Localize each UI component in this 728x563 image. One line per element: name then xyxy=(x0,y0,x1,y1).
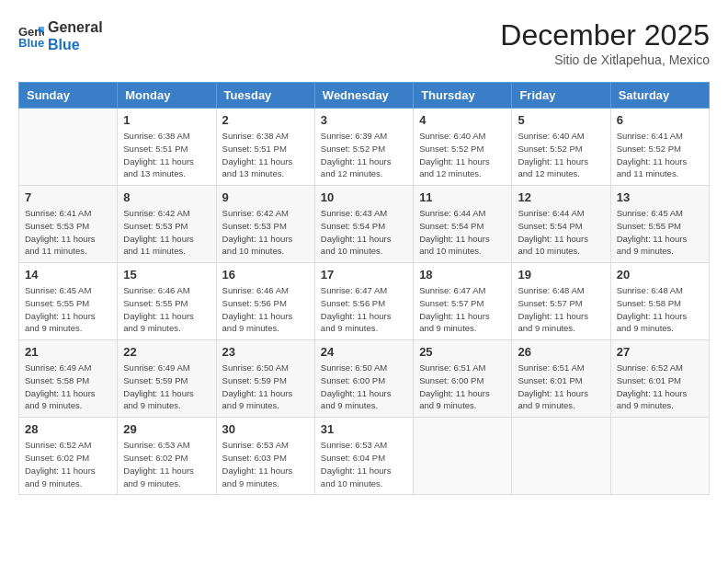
calendar-cell: 1Sunrise: 6:38 AM Sunset: 5:51 PM Daylig… xyxy=(118,109,216,186)
day-number: 17 xyxy=(321,268,407,282)
day-info: Sunrise: 6:49 AM Sunset: 5:59 PM Dayligh… xyxy=(123,362,210,412)
calendar-cell: 17Sunrise: 6:47 AM Sunset: 5:56 PM Dayli… xyxy=(314,263,413,340)
calendar-cell xyxy=(414,418,512,495)
title-block: December 2025 Sitio de Xitlapehua, Mexic… xyxy=(500,18,710,67)
calendar-cell: 8Sunrise: 6:42 AM Sunset: 5:53 PM Daylig… xyxy=(118,186,216,263)
month-title: December 2025 xyxy=(500,18,710,52)
calendar-cell: 12Sunrise: 6:44 AM Sunset: 5:54 PM Dayli… xyxy=(512,186,610,263)
day-info: Sunrise: 6:41 AM Sunset: 5:53 PM Dayligh… xyxy=(25,207,111,258)
day-number: 15 xyxy=(123,268,210,282)
calendar-cell: 6Sunrise: 6:41 AM Sunset: 5:52 PM Daylig… xyxy=(610,109,709,186)
calendar-cell: 31Sunrise: 6:53 AM Sunset: 6:04 PM Dayli… xyxy=(314,418,413,495)
day-info: Sunrise: 6:39 AM Sunset: 5:52 PM Dayligh… xyxy=(321,130,407,180)
location: Sitio de Xitlapehua, Mexico xyxy=(500,52,710,67)
calendar-cell: 19Sunrise: 6:48 AM Sunset: 5:57 PM Dayli… xyxy=(512,263,610,340)
day-number: 24 xyxy=(321,345,407,359)
calendar-cell: 21Sunrise: 6:49 AM Sunset: 5:58 PM Dayli… xyxy=(19,340,118,418)
day-info: Sunrise: 6:41 AM Sunset: 5:52 PM Dayligh… xyxy=(617,130,703,180)
logo-blue: Blue xyxy=(48,36,103,53)
day-number: 19 xyxy=(518,268,604,282)
calendar-cell: 11Sunrise: 6:44 AM Sunset: 5:54 PM Dayli… xyxy=(414,186,512,263)
day-number: 20 xyxy=(617,268,703,282)
calendar-week-5: 28Sunrise: 6:52 AM Sunset: 6:02 PM Dayli… xyxy=(19,418,710,495)
calendar-cell: 14Sunrise: 6:45 AM Sunset: 5:55 PM Dayli… xyxy=(19,263,118,340)
day-number: 13 xyxy=(617,190,703,204)
calendar-cell: 18Sunrise: 6:47 AM Sunset: 5:57 PM Dayli… xyxy=(414,263,512,340)
calendar-week-2: 7Sunrise: 6:41 AM Sunset: 5:53 PM Daylig… xyxy=(19,186,710,263)
calendar-cell: 9Sunrise: 6:42 AM Sunset: 5:53 PM Daylig… xyxy=(216,186,314,263)
day-info: Sunrise: 6:49 AM Sunset: 5:58 PM Dayligh… xyxy=(25,362,111,412)
day-number: 1 xyxy=(123,113,210,127)
calendar-cell: 16Sunrise: 6:46 AM Sunset: 5:56 PM Dayli… xyxy=(216,263,314,340)
calendar-cell: 4Sunrise: 6:40 AM Sunset: 5:52 PM Daylig… xyxy=(414,109,512,186)
calendar-cell: 29Sunrise: 6:53 AM Sunset: 6:02 PM Dayli… xyxy=(118,418,216,495)
weekday-header-monday: Monday xyxy=(118,83,216,109)
day-number: 3 xyxy=(321,113,407,127)
day-number: 26 xyxy=(518,345,604,359)
calendar-cell: 2Sunrise: 6:38 AM Sunset: 5:51 PM Daylig… xyxy=(216,109,314,186)
weekday-header-wednesday: Wednesday xyxy=(314,83,413,109)
day-info: Sunrise: 6:42 AM Sunset: 5:53 PM Dayligh… xyxy=(123,207,210,258)
calendar-cell xyxy=(610,418,709,495)
day-info: Sunrise: 6:38 AM Sunset: 5:51 PM Dayligh… xyxy=(222,130,309,180)
logo-icon: General Blue xyxy=(18,23,44,49)
day-number: 9 xyxy=(222,190,309,204)
day-info: Sunrise: 6:52 AM Sunset: 6:02 PM Dayligh… xyxy=(25,439,111,489)
calendar-cell: 24Sunrise: 6:50 AM Sunset: 6:00 PM Dayli… xyxy=(314,340,413,418)
day-info: Sunrise: 6:44 AM Sunset: 5:54 PM Dayligh… xyxy=(518,207,604,258)
day-info: Sunrise: 6:45 AM Sunset: 5:55 PM Dayligh… xyxy=(617,207,703,258)
calendar-week-4: 21Sunrise: 6:49 AM Sunset: 5:58 PM Dayli… xyxy=(19,340,710,418)
calendar-cell: 22Sunrise: 6:49 AM Sunset: 5:59 PM Dayli… xyxy=(118,340,216,418)
day-info: Sunrise: 6:42 AM Sunset: 5:53 PM Dayligh… xyxy=(222,207,309,258)
calendar-cell: 25Sunrise: 6:51 AM Sunset: 6:00 PM Dayli… xyxy=(414,340,512,418)
day-info: Sunrise: 6:51 AM Sunset: 6:01 PM Dayligh… xyxy=(518,362,604,412)
day-number: 23 xyxy=(222,345,309,359)
day-number: 28 xyxy=(25,422,111,436)
day-info: Sunrise: 6:51 AM Sunset: 6:00 PM Dayligh… xyxy=(419,362,506,412)
day-info: Sunrise: 6:48 AM Sunset: 5:58 PM Dayligh… xyxy=(617,284,703,335)
calendar-cell: 15Sunrise: 6:46 AM Sunset: 5:55 PM Dayli… xyxy=(118,263,216,340)
day-number: 5 xyxy=(518,113,604,127)
day-info: Sunrise: 6:52 AM Sunset: 6:01 PM Dayligh… xyxy=(617,362,703,412)
calendar-cell: 28Sunrise: 6:52 AM Sunset: 6:02 PM Dayli… xyxy=(19,418,118,495)
day-info: Sunrise: 6:50 AM Sunset: 5:59 PM Dayligh… xyxy=(222,362,309,412)
weekday-header-sunday: Sunday xyxy=(19,83,118,109)
page-header: General Blue General Blue December 2025 … xyxy=(18,18,710,67)
day-number: 31 xyxy=(321,422,407,436)
day-info: Sunrise: 6:47 AM Sunset: 5:56 PM Dayligh… xyxy=(321,284,407,335)
day-info: Sunrise: 6:53 AM Sunset: 6:02 PM Dayligh… xyxy=(123,439,210,489)
weekday-header-thursday: Thursday xyxy=(414,83,512,109)
day-number: 12 xyxy=(518,190,604,204)
day-info: Sunrise: 6:53 AM Sunset: 6:03 PM Dayligh… xyxy=(222,439,309,489)
day-number: 29 xyxy=(123,422,210,436)
calendar-cell xyxy=(19,109,118,186)
day-number: 22 xyxy=(123,345,210,359)
day-info: Sunrise: 6:44 AM Sunset: 5:54 PM Dayligh… xyxy=(419,207,506,258)
calendar-cell: 3Sunrise: 6:39 AM Sunset: 5:52 PM Daylig… xyxy=(314,109,413,186)
svg-text:Blue: Blue xyxy=(18,36,44,49)
calendar-week-3: 14Sunrise: 6:45 AM Sunset: 5:55 PM Dayli… xyxy=(19,263,710,340)
day-info: Sunrise: 6:45 AM Sunset: 5:55 PM Dayligh… xyxy=(25,284,111,335)
day-number: 11 xyxy=(419,190,506,204)
day-info: Sunrise: 6:40 AM Sunset: 5:52 PM Dayligh… xyxy=(419,130,506,180)
calendar-cell: 7Sunrise: 6:41 AM Sunset: 5:53 PM Daylig… xyxy=(19,186,118,263)
calendar-cell: 20Sunrise: 6:48 AM Sunset: 5:58 PM Dayli… xyxy=(610,263,709,340)
day-number: 30 xyxy=(222,422,309,436)
day-number: 27 xyxy=(617,345,703,359)
day-number: 16 xyxy=(222,268,309,282)
day-info: Sunrise: 6:43 AM Sunset: 5:54 PM Dayligh… xyxy=(321,207,407,258)
day-info: Sunrise: 6:46 AM Sunset: 5:56 PM Dayligh… xyxy=(222,284,309,335)
calendar-cell: 26Sunrise: 6:51 AM Sunset: 6:01 PM Dayli… xyxy=(512,340,610,418)
day-info: Sunrise: 6:46 AM Sunset: 5:55 PM Dayligh… xyxy=(123,284,210,335)
day-number: 21 xyxy=(25,345,111,359)
day-number: 4 xyxy=(419,113,506,127)
day-info: Sunrise: 6:40 AM Sunset: 5:52 PM Dayligh… xyxy=(518,130,604,180)
logo: General Blue General Blue xyxy=(18,18,103,53)
weekday-header-row: SundayMondayTuesdayWednesdayThursdayFrid… xyxy=(19,83,710,109)
day-info: Sunrise: 6:38 AM Sunset: 5:51 PM Dayligh… xyxy=(123,130,210,180)
calendar-table: SundayMondayTuesdayWednesdayThursdayFrid… xyxy=(18,82,710,495)
day-number: 14 xyxy=(25,268,111,282)
day-info: Sunrise: 6:48 AM Sunset: 5:57 PM Dayligh… xyxy=(518,284,604,335)
weekday-header-tuesday: Tuesday xyxy=(216,83,314,109)
weekday-header-friday: Friday xyxy=(512,83,610,109)
